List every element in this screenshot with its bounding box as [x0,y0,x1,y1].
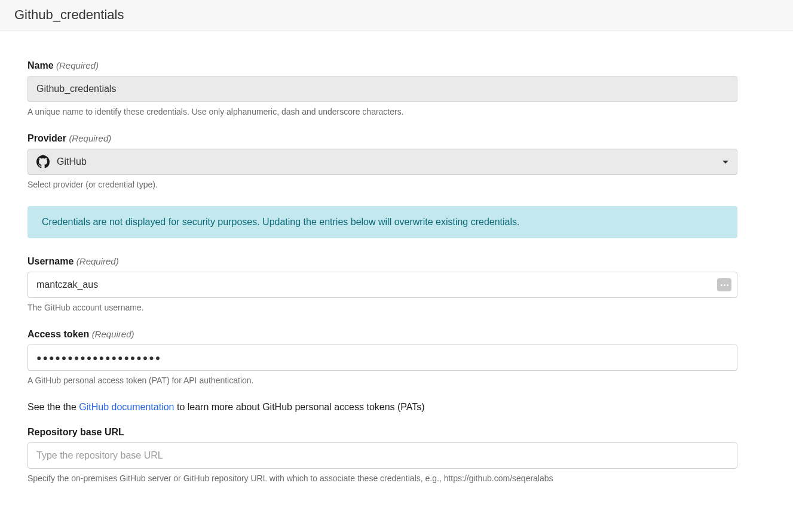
provider-help-text: Select provider (or credential type). [27,180,737,189]
doc-suffix: to learn more about GitHub personal acce… [174,402,425,412]
token-label: Access token (Required) [27,329,737,340]
doc-prefix: See the the [27,402,79,412]
username-field-group: Username (Required) The GitHub account u… [27,256,737,312]
repo-url-label-text: Repository base URL [27,427,124,437]
username-label: Username (Required) [27,256,737,267]
repo-url-field-group: Repository base URL Specify the on-premi… [27,427,737,483]
provider-value: GitHub [57,156,722,167]
username-input[interactable] [27,272,737,298]
repo-url-input[interactable] [27,442,737,469]
documentation-text: See the the GitHub documentation to lear… [27,402,737,413]
token-required-tag: (Required) [92,329,134,339]
github-documentation-link[interactable]: GitHub documentation [79,402,174,412]
security-info-banner: Credentials are not displayed for securi… [27,206,737,238]
password-manager-icon[interactable] [717,278,731,291]
token-label-text: Access token [27,329,89,339]
provider-label: Provider (Required) [27,133,737,144]
chevron-down-icon [722,161,728,164]
name-help-text: A unique name to identify these credenti… [27,107,737,116]
header-bar: Github_credentials [0,0,793,30]
provider-select[interactable]: GitHub [27,149,737,175]
token-field-group: Access token (Required) A GitHub persona… [27,329,737,385]
token-input[interactable] [27,345,737,371]
name-input[interactable] [27,76,737,102]
name-label-text: Name [27,60,54,70]
username-help-text: The GitHub account username. [27,303,737,312]
repo-url-label: Repository base URL [27,427,737,438]
form-container: Name (Required) A unique name to identif… [0,30,765,512]
security-info-text: Credentials are not displayed for securi… [42,217,723,227]
name-field-group: Name (Required) A unique name to identif… [27,60,737,116]
token-help-text: A GitHub personal access token (PAT) for… [27,376,737,385]
page-title: Github_credentials [14,7,779,23]
provider-label-text: Provider [27,133,66,143]
provider-required-tag: (Required) [69,133,111,143]
provider-field-group: Provider (Required) GitHub Select provid… [27,133,737,189]
name-label: Name (Required) [27,60,737,71]
repo-url-help-text: Specify the on-premises GitHub server or… [27,473,737,483]
username-label-text: Username [27,256,74,266]
username-required-tag: (Required) [76,256,119,266]
name-required-tag: (Required) [56,60,99,70]
github-icon [36,155,50,168]
username-input-wrapper [27,272,737,298]
